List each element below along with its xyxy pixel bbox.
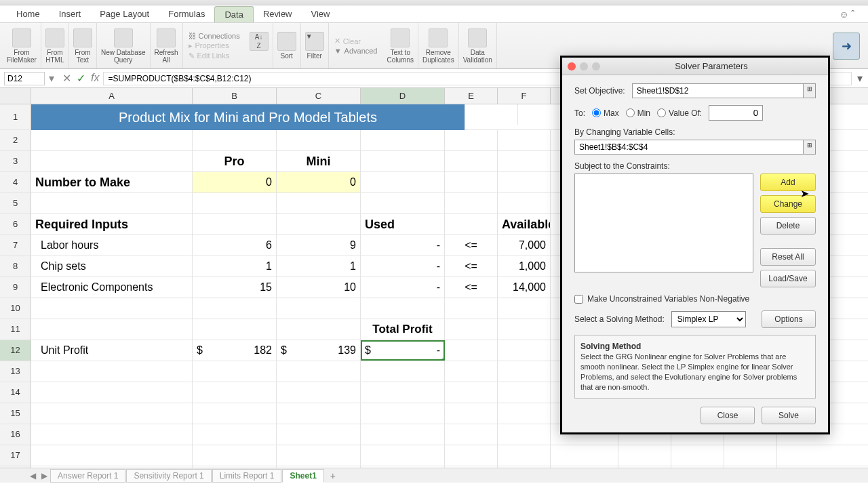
name-box[interactable]: [4, 72, 45, 85]
row-header-10[interactable]: 10: [0, 298, 31, 319]
changing-cells-input[interactable]: [574, 140, 804, 155]
cell-a6[interactable]: Required Inputs: [31, 214, 193, 235]
col-header-c[interactable]: C: [277, 88, 361, 104]
cancel-icon[interactable]: ✕: [62, 72, 71, 85]
cell-b3[interactable]: Pro: [193, 151, 277, 171]
cell-b12[interactable]: $182: [193, 340, 277, 361]
cell-d9[interactable]: -: [361, 277, 445, 298]
value-of-input[interactable]: [709, 105, 763, 121]
fx-icon[interactable]: fx: [91, 72, 99, 85]
cell-c8[interactable]: 1: [277, 256, 361, 277]
col-header-b[interactable]: B: [193, 88, 277, 104]
row-header-8[interactable]: 8: [0, 256, 31, 277]
tab-data[interactable]: Data: [214, 6, 253, 22]
col-header-e[interactable]: E: [445, 88, 498, 104]
load-save-button[interactable]: Load/Save: [760, 270, 816, 287]
changing-ref-picker[interactable]: ⊞: [804, 140, 816, 155]
row-header-4[interactable]: 4: [0, 172, 31, 192]
cell-c3[interactable]: Mini: [277, 151, 361, 171]
tab-page-layout[interactable]: Page Layout: [90, 6, 159, 22]
solver-launch-button[interactable]: [833, 33, 860, 60]
new-db-query-button[interactable]: New Database Query: [97, 23, 151, 68]
row-header-1[interactable]: 1: [0, 104, 31, 129]
col-header-f[interactable]: F: [498, 88, 551, 104]
cell-a8[interactable]: Chip sets: [31, 256, 193, 277]
advanced-button[interactable]: ▼ Advanced: [334, 47, 378, 55]
from-filemaker-button[interactable]: From FileMaker: [3, 23, 41, 68]
data-validation-button[interactable]: Data Validation: [459, 23, 497, 68]
change-button[interactable]: Change: [760, 195, 816, 213]
name-box-dropdown[interactable]: ▾: [49, 72, 58, 85]
radio-min[interactable]: Min: [626, 108, 650, 118]
connections-button[interactable]: ⛓ Connections: [189, 32, 240, 40]
nonneg-checkbox[interactable]: [574, 295, 583, 304]
cell-f6[interactable]: Available: [498, 214, 551, 235]
row-header-5[interactable]: 5: [0, 193, 31, 214]
row-header-17[interactable]: 17: [0, 445, 31, 466]
cell-f7[interactable]: 7,000: [498, 235, 551, 256]
cell-b4[interactable]: 0: [193, 172, 277, 192]
radio-value-of[interactable]: Value Of:: [657, 108, 702, 118]
cell-e9[interactable]: <=: [445, 277, 498, 298]
sheet-tab-sensitivity[interactable]: Sensitivity Report 1: [126, 469, 211, 483]
row-header-3[interactable]: 3: [0, 151, 31, 171]
reset-all-button[interactable]: Reset All: [760, 248, 816, 266]
expand-formula-bar[interactable]: ▾: [852, 72, 868, 85]
sheet-tab-answer[interactable]: Answer Report 1: [50, 469, 125, 483]
col-header-a[interactable]: A: [31, 88, 193, 104]
filter-button[interactable]: ▼Filter: [301, 23, 329, 68]
delete-button[interactable]: Delete: [760, 217, 816, 235]
solve-button[interactable]: Solve: [762, 407, 816, 424]
objective-ref-picker[interactable]: ⊞: [804, 83, 816, 98]
sheet-tab-sheet1[interactable]: Sheet1: [282, 469, 323, 483]
tab-view[interactable]: View: [302, 6, 340, 22]
text-to-columns-button[interactable]: Text to Columns: [383, 23, 418, 68]
enter-icon[interactable]: ✓: [77, 72, 85, 85]
row-header-6[interactable]: 6: [0, 214, 31, 235]
cell-c4[interactable]: 0: [277, 172, 361, 192]
cell-f8[interactable]: 1,000: [498, 256, 551, 277]
cell-c9[interactable]: 10: [277, 277, 361, 298]
remove-duplicates-button[interactable]: Remove Duplicates: [418, 23, 459, 68]
from-html-button[interactable]: From HTML: [41, 23, 69, 68]
add-button[interactable]: Add: [760, 174, 816, 191]
set-objective-input[interactable]: [632, 83, 804, 98]
close-icon[interactable]: [568, 62, 576, 70]
cell-e7[interactable]: <=: [445, 235, 498, 256]
select-all-corner[interactable]: [0, 88, 31, 104]
cell-b8[interactable]: 1: [193, 256, 277, 277]
cell-f9[interactable]: 14,000: [498, 277, 551, 298]
cell-d7[interactable]: -: [361, 235, 445, 256]
row-header-11[interactable]: 11: [0, 319, 31, 340]
tab-formulas[interactable]: Formulas: [159, 6, 214, 22]
tab-review[interactable]: Review: [254, 6, 302, 22]
col-header-d[interactable]: D: [361, 88, 445, 104]
row-header-16[interactable]: 16: [0, 424, 31, 445]
cell-d8[interactable]: -: [361, 256, 445, 277]
cell-a4[interactable]: Number to Make: [31, 172, 193, 192]
row-header-15[interactable]: 15: [0, 403, 31, 424]
cell-c7[interactable]: 9: [277, 235, 361, 256]
tab-home[interactable]: Home: [7, 6, 50, 22]
sheet-tab-limits[interactable]: Limits Report 1: [212, 469, 282, 483]
sheet-nav-prev[interactable]: ◀: [27, 471, 39, 481]
cell-d11[interactable]: Total Profit: [361, 319, 445, 340]
row-header-13[interactable]: 13: [0, 361, 31, 382]
refresh-all-button[interactable]: Refresh All: [151, 23, 183, 68]
cell-b9[interactable]: 15: [193, 277, 277, 298]
cell-d6[interactable]: Used: [361, 214, 445, 235]
sort-az-button[interactable]: A↓Z: [245, 23, 273, 68]
cell-d12[interactable]: $-: [361, 340, 445, 361]
row-header-7[interactable]: 7: [0, 235, 31, 256]
radio-max[interactable]: Max: [592, 108, 619, 118]
row-header-12[interactable]: 12: [0, 340, 31, 361]
cell-a7[interactable]: Labor hours: [31, 235, 193, 256]
cell-a9[interactable]: Electronic Components: [31, 277, 193, 298]
add-sheet-button[interactable]: +: [325, 470, 341, 481]
cell-a12[interactable]: Unit Profit: [31, 340, 193, 361]
row-header-9[interactable]: 9: [0, 277, 31, 298]
cell-c12[interactable]: $139: [277, 340, 361, 361]
solving-method-select[interactable]: Simplex LP: [671, 311, 746, 327]
tab-insert[interactable]: Insert: [50, 6, 91, 22]
close-button[interactable]: Close: [701, 407, 755, 424]
